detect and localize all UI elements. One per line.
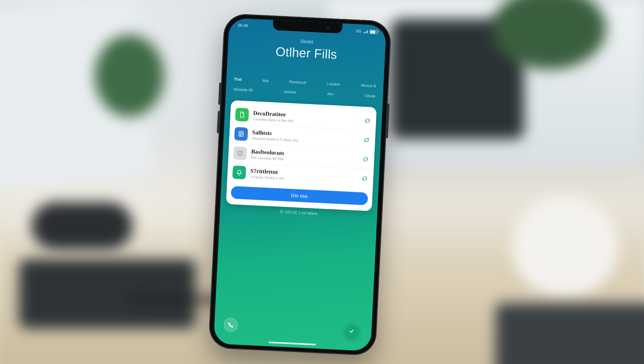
archive-icon — [233, 146, 247, 160]
signal-icon — [363, 30, 368, 33]
tab-0-3[interactable]: Lctuteer — [325, 80, 342, 88]
files-list: DecoDratitee Civonea tbdon s lliel thiti… — [231, 105, 372, 188]
tab-0-2[interactable]: Reselctott — [288, 78, 308, 87]
sync-icon[interactable] — [362, 156, 369, 163]
calendar-icon — [280, 210, 284, 214]
status-time: 09:38 — [238, 23, 248, 28]
header: Desbt Otlher Fills — [228, 35, 386, 64]
bell-icon — [232, 166, 246, 179]
files-card: DecoDratitee Civonea tbdon s lliel thiti… — [226, 100, 377, 211]
filter-tabs: Thal Ittat Reselctott Lctuteer Rerest fi… — [226, 75, 384, 102]
home-indicator[interactable] — [269, 342, 316, 345]
sync-icon[interactable] — [364, 117, 371, 124]
call-button[interactable] — [224, 318, 238, 332]
battery-icon — [370, 30, 378, 34]
sync-icon[interactable] — [361, 175, 368, 182]
tab-0-1[interactable]: Ittat — [261, 76, 270, 85]
tab-0-4[interactable]: Rerest fil — [360, 81, 378, 90]
phone-screen: 09:38 5G Desbt Otlher Fills Thal Ittat R… — [213, 18, 386, 351]
tab-0-0[interactable]: Thal — [233, 75, 243, 84]
tab-1-1[interactable]: warbtet — [282, 88, 298, 96]
scene-background: 09:38 5G Desbt Otlher Fills Thal Ittat R… — [0, 0, 644, 364]
tab-1-2[interactable]: Atvr — [325, 90, 335, 98]
tab-1-0[interactable]: Wheede 65 — [232, 85, 254, 94]
confirm-button[interactable] — [345, 324, 359, 338]
sync-icon[interactable] — [363, 136, 370, 144]
tab-1-3[interactable]: Cltuite — [363, 92, 377, 100]
check-icon — [349, 328, 355, 334]
phone-icon — [228, 322, 234, 328]
document-icon — [235, 108, 249, 122]
primary-action-button[interactable]: Dtn tise — [231, 186, 368, 205]
sheet-icon — [234, 127, 248, 141]
phone-device: 09:38 5G Desbt Otlher Fills Thal Ittat R… — [208, 13, 392, 356]
svg-rect-2 — [280, 211, 283, 213]
status-network: 5G — [356, 29, 361, 33]
